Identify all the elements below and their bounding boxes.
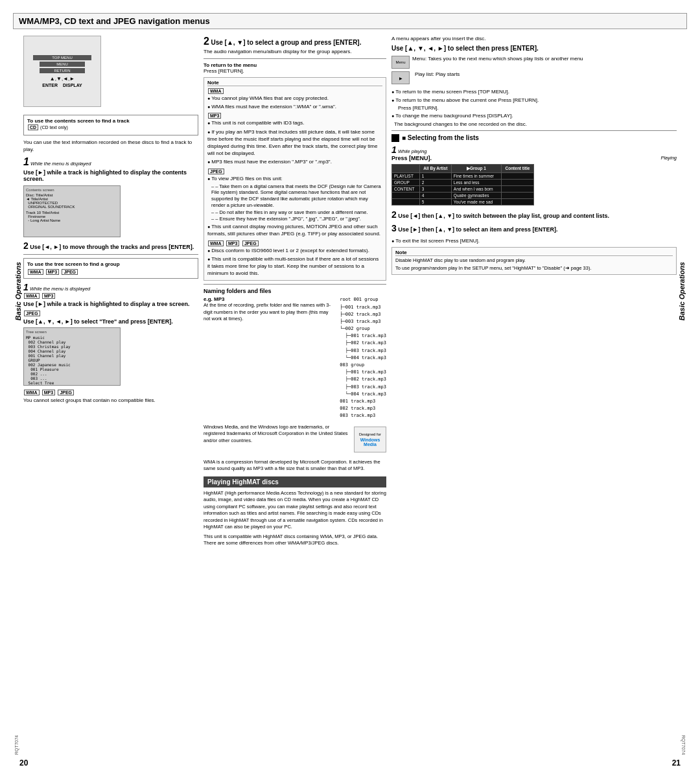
exit-list: To exit the list screen Press [MENU].: [391, 237, 677, 244]
cell-empty-4: [501, 192, 533, 198]
highmat-compat: This unit is compatible with HighMAT dis…: [204, 534, 386, 547]
jpeg-sub-3: – Ensure they have the extension ".JPG",…: [207, 216, 382, 222]
return-menu-block: To return to the menu Press [RETURN].: [204, 62, 386, 74]
return-bullet-3: To change the menu background Press [DIS…: [391, 112, 677, 119]
table-row: PLAYLIST 1 Fine times in summer: [392, 172, 534, 179]
cell-3: 3: [419, 185, 451, 192]
arrows-label: ▲,▼,◄,►: [50, 76, 75, 82]
group-mp3-tag: MP3: [42, 390, 55, 395]
eg-mp3-label: e.g. MP3 At the time of recording, prefi…: [204, 296, 336, 419]
group-jpeg-note: WMA MP3 JPEG You cannot select groups th…: [23, 389, 198, 403]
cell-less: Less and less: [451, 179, 501, 185]
return-bullet-2-sub: Press [RETURN].: [391, 105, 677, 111]
menu-icon-box: Menu: [391, 56, 410, 69]
step2-switch-text: Use [◄] then [▲, ▼] to switch between th…: [398, 213, 609, 219]
cell-1: 1: [419, 172, 451, 179]
playlist-icon-row: ▶ Play list: Play starts: [391, 71, 677, 84]
highmat-header: Playing HighMAT discs: [204, 476, 386, 487]
press-menu-text: Press [MENU].: [391, 155, 432, 161]
note-mp3-2-tag: MP3: [226, 240, 239, 246]
jpeg-bullet-2: This unit cannot display moving pictures…: [207, 223, 382, 237]
menu-icons: Menu Menu: Takes you to the next menu wh…: [391, 56, 677, 69]
note-jpeg-2-tag: JPEG: [242, 240, 259, 246]
jpeg-bullet-1: To view JPEG files on this unit:: [207, 175, 382, 182]
step2-sub: The audio navigation menu/album display …: [204, 49, 386, 54]
jpeg-tag-1: JPEG: [62, 269, 78, 275]
return-bullets: To return to the menu screen Press [TOP …: [391, 88, 677, 127]
windows-logo: Designed for WindowsMedia: [354, 427, 386, 452]
mp3-bullet-2: If you play an MP3 track that includes s…: [207, 128, 382, 158]
contents-screen-img: Contents screen Disc: Title/Artist ◄ Tit…: [23, 185, 121, 237]
rqt-right: RQT7074: [681, 735, 686, 755]
disc-insert-note: A menu appears after you insert the disc…: [391, 36, 677, 41]
right-step-use: Use [▲, ▼, ◄, ►] to select then press [E…: [391, 45, 677, 52]
note-box: Note WMA You cannot play WMA files that …: [204, 77, 386, 281]
table-row: 4 Quatre gymnasties: [392, 192, 534, 198]
jpeg-bullet-3: Discs conform to ISO9660 level 1 or 2 (e…: [207, 247, 382, 254]
cell-4: 4: [419, 192, 451, 198]
while-playing-label: 1 While playing: [391, 145, 677, 155]
table-row: GROUP 2 Less and less: [392, 179, 534, 185]
wma-tag-1: WMA: [28, 269, 43, 275]
note-jpeg-tag: JPEG: [208, 169, 224, 174]
mp3-tag-2: MP3: [42, 293, 55, 299]
right-step-text: Use [▲, ▼, ◄, ►] to select then press [E…: [391, 45, 539, 52]
jpeg-tag-2: JPEG: [24, 311, 40, 316]
cell-times: Fine times in summer: [451, 172, 501, 179]
cell-quatre: Quatre gymnasties: [451, 192, 501, 198]
wma-compression: WMA is a compression format developed by…: [204, 459, 386, 473]
step1b-text: Use [►] while a track is highlighted to …: [23, 301, 198, 307]
col-mid: 2 Use [▲, ▼] to select a group and press…: [198, 36, 386, 547]
step1-text: Use [►] while a track is highlighted to …: [23, 169, 198, 182]
cell-group: GROUP: [392, 179, 420, 185]
step2-tracks: 2 Use [◄, ►] to move through the tracks …: [23, 240, 198, 251]
playlist-icon-box: ▶: [391, 71, 410, 84]
cell-5: 5: [419, 198, 451, 205]
vertical-label-left: Basic Operations: [13, 36, 23, 547]
jpeg-sub-2: – Do not alter the files in any way or s…: [207, 209, 382, 216]
cell-playlist: PLAYLIST: [392, 172, 420, 179]
table-row: CONTENT 3 And when I was born: [392, 185, 534, 192]
highmat-section: Playing HighMAT discs HighMAT (High perf…: [204, 476, 386, 547]
playing-label: Playing: [660, 155, 677, 161]
device-image: TOP MENU MENU RETURN ▲,▼,◄,► ENTER DISPL…: [23, 36, 101, 107]
jpeg-sub-1: – Take them on a digital camera that mee…: [207, 183, 382, 209]
return-menu-text: Press [RETURN].: [204, 68, 386, 74]
display-label: DISPLAY: [63, 83, 82, 88]
naming-section: Naming folders and files e.g. MP3 At the…: [204, 288, 386, 419]
cell-empty-2: [501, 179, 533, 185]
right-note-title: Note: [395, 250, 673, 256]
col-header-1: All By Artist: [419, 164, 451, 172]
eg-mp3-box: e.g. MP3 At the time of recording, prefi…: [204, 296, 386, 419]
main-title: WMA/MP3, CD text and JPEG navigation men…: [13, 13, 687, 29]
tree-screen-img: Tree screen MP music 002 Channel play 00…: [23, 327, 121, 386]
text-info: You can use the text information recorde…: [23, 139, 198, 153]
step2-group-text: Use [▲, ▼] to select a group and press […: [211, 39, 361, 46]
mp3-tag-1: MP3: [46, 269, 59, 275]
enter-display: ENTER DISPLAY: [42, 83, 82, 88]
note-title: Note: [207, 80, 382, 86]
naming-title: Naming folders and files: [204, 288, 386, 294]
enter-label: ENTER: [42, 83, 58, 88]
group-note-text: You cannot select groups that contain no…: [23, 397, 198, 403]
cell-empty-r4: [392, 192, 420, 198]
contents-box-title: To use the contents screen to find a tra…: [27, 118, 194, 124]
cell-sad: You've made me sad: [451, 198, 501, 205]
step3-text: Use [►] then [▲, ▼] to select an item an…: [398, 226, 557, 233]
square-icon: [391, 134, 399, 142]
contents-screen-box: To use the contents screen to find a tra…: [23, 115, 198, 135]
mp3-bullet-3: MP3 files must have the extension ".MP3"…: [207, 158, 382, 165]
selecting-header: ■ Selecting from the lists: [391, 134, 677, 142]
note-wma-tag: WMA: [208, 88, 224, 94]
col-header-0: [392, 164, 420, 172]
vertical-label-right: Basic Operations: [677, 36, 687, 547]
while-menu2-label: 1 While the menu is displayed: [23, 282, 198, 292]
top-menu-btn: TOP MENU: [33, 55, 91, 60]
step2-main-block: 2 Use [▲, ▼] to select a group and press…: [204, 36, 386, 54]
step2-num: 2: [23, 240, 29, 251]
selecting-title: ■ Selecting from the lists: [402, 134, 479, 141]
step1b-block: 1 While the menu is displayed WMA MP3 Us…: [23, 282, 198, 307]
col-header-3: Content title: [501, 164, 533, 172]
right-step2: 2 Use [◄] then [▲, ▼] to switch between …: [391, 209, 677, 220]
playlist-text: Play list: Play starts: [415, 71, 460, 84]
